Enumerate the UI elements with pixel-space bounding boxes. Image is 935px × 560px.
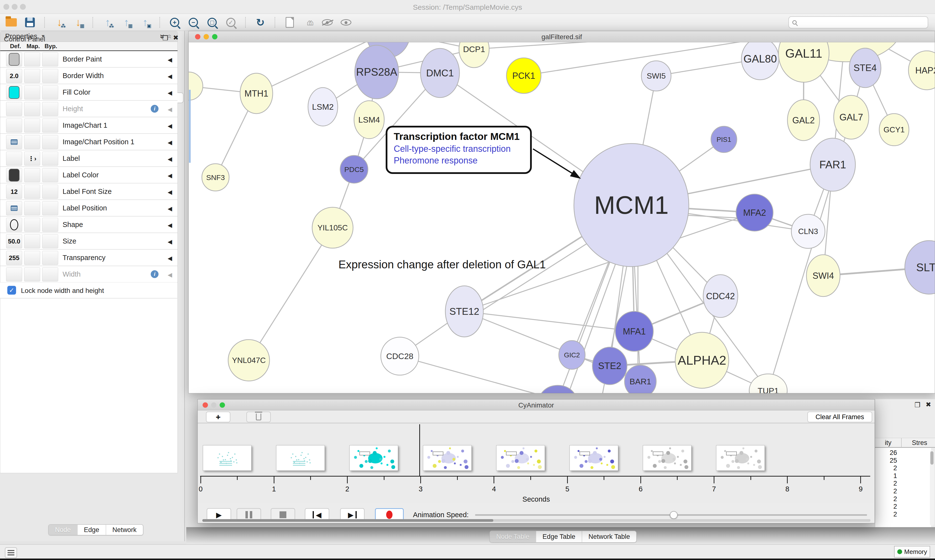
tab-network-table[interactable]: Network Table bbox=[582, 531, 636, 542]
frame-thumbnail-7[interactable] bbox=[716, 445, 765, 471]
bypass-cell[interactable] bbox=[42, 168, 58, 182]
search-input[interactable] bbox=[799, 19, 916, 26]
frame-thumbnail-2[interactable] bbox=[349, 445, 398, 471]
default-value-cell[interactable] bbox=[6, 135, 22, 149]
table-cell-value[interactable]: 2 bbox=[875, 465, 897, 472]
tab-network[interactable]: Network bbox=[106, 525, 143, 535]
network-edge[interactable] bbox=[400, 356, 558, 393]
zoom-out-icon[interactable]: − bbox=[187, 15, 200, 29]
collapse-row-icon[interactable]: ◀ bbox=[168, 172, 172, 179]
network-edge[interactable] bbox=[249, 228, 333, 360]
tab-edge[interactable]: Edge bbox=[77, 525, 106, 535]
hide-preview-icon[interactable] bbox=[321, 15, 334, 29]
mapping-cell[interactable] bbox=[24, 69, 40, 83]
table-column-header[interactable]: Stres bbox=[912, 439, 927, 447]
mapping-cell[interactable] bbox=[24, 267, 40, 282]
timeline-scrollbar-thumb[interactable] bbox=[202, 519, 493, 522]
mapping-cell[interactable] bbox=[24, 234, 40, 248]
table-cell-value[interactable]: 2 bbox=[875, 480, 897, 487]
bypass-cell[interactable] bbox=[42, 85, 58, 100]
collapse-row-icon[interactable]: ◀ bbox=[168, 156, 172, 163]
memory-button[interactable]: Memory bbox=[894, 546, 930, 558]
open-session-icon[interactable] bbox=[5, 15, 18, 29]
mapping-cell[interactable] bbox=[24, 118, 40, 132]
import-table-icon[interactable]: ↓▦ bbox=[71, 15, 85, 29]
zoom-selected-icon[interactable]: ✓ bbox=[224, 15, 238, 29]
duplicate-network-icon[interactable] bbox=[283, 15, 296, 29]
network-vertical-scrollbar[interactable] bbox=[189, 90, 191, 163]
annotation-link[interactable]: Cell-type-specific transcription bbox=[394, 144, 524, 154]
export-network-icon[interactable]: ↑⁂ bbox=[101, 15, 114, 29]
mapping-cell[interactable] bbox=[24, 201, 40, 215]
timeline-scrollbar[interactable] bbox=[202, 519, 870, 522]
default-value-cell[interactable] bbox=[6, 118, 22, 132]
mapping-cell[interactable] bbox=[24, 102, 40, 116]
collapse-row-icon[interactable]: ◀ bbox=[168, 139, 172, 146]
bypass-cell[interactable] bbox=[42, 152, 58, 166]
mapping-cell[interactable] bbox=[24, 168, 40, 182]
animator-timeline[interactable]: Seconds 0123456789 bbox=[198, 424, 875, 503]
bypass-cell[interactable] bbox=[42, 267, 58, 282]
search-box[interactable] bbox=[788, 16, 928, 28]
bypass-cell[interactable] bbox=[42, 69, 58, 83]
table-cell-value[interactable]: 2 bbox=[875, 503, 897, 510]
collapse-row-icon[interactable]: ◀ bbox=[168, 57, 172, 63]
frame-thumbnail-3[interactable] bbox=[423, 445, 472, 471]
timeline-playhead[interactable] bbox=[419, 424, 420, 476]
table-cell-value[interactable]: 1 bbox=[875, 472, 897, 480]
bypass-cell[interactable] bbox=[42, 201, 58, 215]
cyanimator-titlebar[interactable]: CyAnimator bbox=[198, 400, 875, 411]
default-value-cell[interactable]: 255 bbox=[6, 251, 22, 265]
save-session-icon[interactable] bbox=[23, 15, 37, 29]
default-value-cell[interactable] bbox=[6, 168, 22, 182]
bypass-cell[interactable] bbox=[42, 251, 58, 265]
frame-thumbnail-4[interactable] bbox=[496, 445, 545, 471]
tab-node[interactable]: Node bbox=[49, 525, 77, 535]
zoom-in-icon[interactable]: + bbox=[168, 15, 181, 29]
table-cell-value[interactable]: 25 bbox=[875, 457, 897, 465]
table-cell-value[interactable]: 26 bbox=[875, 449, 897, 457]
mapping-cell[interactable] bbox=[24, 218, 40, 232]
default-value-cell[interactable] bbox=[6, 52, 22, 66]
close-panel-icon[interactable]: ✖ bbox=[926, 401, 931, 408]
collapse-row-icon[interactable]: ◀ bbox=[168, 205, 172, 212]
collapse-row-icon[interactable]: ◀ bbox=[168, 255, 172, 262]
delete-frame-button[interactable] bbox=[247, 412, 271, 422]
mapping-cell[interactable]: ⋮› bbox=[24, 152, 40, 166]
default-value-cell[interactable]: 2.0 bbox=[6, 69, 22, 83]
float-panel-icon[interactable]: ❐ bbox=[915, 401, 920, 409]
collapse-row-icon[interactable]: ◀ bbox=[168, 106, 172, 113]
frame-thumbnail-6[interactable] bbox=[643, 445, 691, 471]
network-node[interactable] bbox=[189, 72, 203, 100]
speed-slider-handle[interactable] bbox=[670, 511, 677, 519]
default-value-cell[interactable]: 12 bbox=[6, 185, 22, 199]
clear-all-frames-button[interactable]: Clear All Frames bbox=[807, 412, 872, 422]
network-canvas[interactable]: DCP1RPS28ADMC1PCK1SWI5GAL80GAL11STE4HAP2… bbox=[189, 42, 935, 393]
collapse-row-icon[interactable]: ◀ bbox=[168, 271, 172, 278]
default-value-cell[interactable] bbox=[6, 218, 22, 232]
add-frame-button[interactable]: + bbox=[206, 412, 230, 422]
default-value-cell[interactable] bbox=[6, 85, 22, 100]
table-cell-value[interactable]: 2 bbox=[875, 511, 897, 518]
info-icon[interactable]: i bbox=[151, 270, 159, 278]
collapse-row-icon[interactable]: ◀ bbox=[168, 222, 172, 229]
show-preview-icon[interactable] bbox=[339, 15, 353, 29]
collapse-row-icon[interactable]: ◀ bbox=[168, 123, 172, 129]
frame-thumbnail-1[interactable] bbox=[276, 445, 325, 471]
mapping-cell[interactable] bbox=[24, 185, 40, 199]
table-column-header[interactable]: ity bbox=[885, 439, 892, 447]
tab-edge-table[interactable]: Edge Table bbox=[536, 531, 582, 542]
default-value-cell[interactable]: 50.0 bbox=[6, 234, 22, 248]
bypass-cell[interactable] bbox=[42, 185, 58, 199]
table-scrollbar[interactable] bbox=[930, 450, 934, 526]
info-icon[interactable]: i bbox=[151, 105, 159, 112]
table-cell-value[interactable]: 2 bbox=[875, 488, 897, 495]
annotation-link[interactable]: Pheromone response bbox=[394, 155, 524, 166]
tab-node-table[interactable]: Node Table bbox=[490, 531, 536, 542]
collapse-row-icon[interactable]: ◀ bbox=[168, 73, 172, 80]
lock-size-checkbox[interactable]: ✓ bbox=[7, 286, 16, 295]
default-value-cell[interactable] bbox=[6, 152, 22, 166]
network-window-titlebar[interactable]: galFiltered.sif bbox=[189, 31, 935, 42]
collapse-row-icon[interactable]: ◀ bbox=[168, 89, 172, 96]
frame-thumbnail-0[interactable] bbox=[203, 445, 251, 471]
